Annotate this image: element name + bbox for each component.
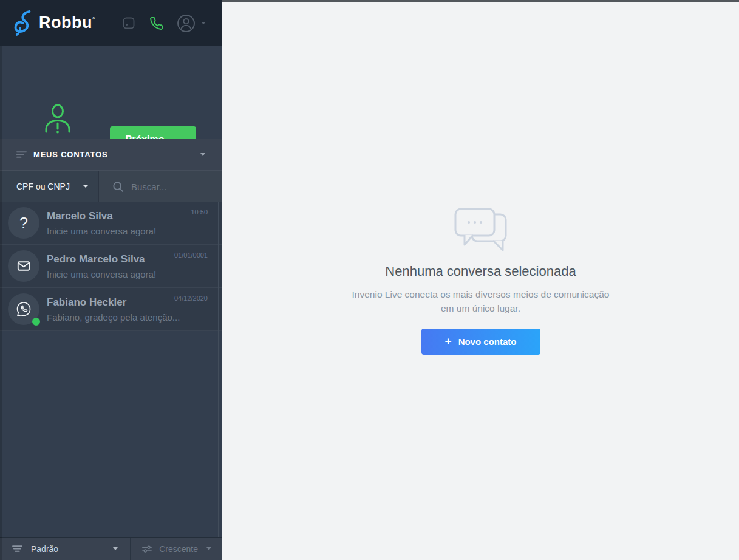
contact-row-pedro-marcelo-silva[interactable]: Pedro Marcelo Silva Inicie uma conversa … [0, 245, 222, 288]
phone-icon[interactable] [149, 16, 163, 30]
contact-preview: Fabiano, gradeço pela atenção... [47, 312, 180, 323]
contacts-section-header[interactable]: MEUS CONTATOS [0, 139, 222, 171]
online-status-dot [32, 318, 40, 326]
contact-list: ? Marcelo Silva Inicie uma conversa agor… [0, 202, 222, 331]
main-top-border [222, 0, 739, 2]
sort-order-value: Crescente [159, 544, 198, 554]
contact-name: Fabiano Heckler [47, 296, 126, 309]
contact-time: 01/01/0001 [174, 251, 208, 259]
user-avatar-icon[interactable] [177, 14, 206, 33]
chat-bubbles-icon [450, 205, 512, 254]
sort-field-dropdown[interactable]: Padrão [0, 538, 131, 560]
topbar-actions [121, 0, 206, 46]
search-icon [112, 181, 124, 193]
chevron-down-icon [206, 547, 211, 550]
empty-state-title: Nenhuma conversa selecionada [385, 264, 576, 279]
topbar: Robbu° [0, 0, 222, 46]
app-window: Robbu° [0, 0, 739, 560]
contact-time: 10:50 [191, 208, 208, 216]
sort-order-dropdown[interactable]: Crescente [131, 538, 222, 560]
new-contact-button[interactable]: + Novo contato [421, 329, 540, 355]
filter-lines-icon [12, 544, 22, 553]
unknown-contact-icon: ? [19, 214, 28, 232]
search-type-value: CPF ou CNPJ [16, 182, 70, 191]
whatsapp-icon [15, 300, 33, 318]
chevron-down-icon [201, 22, 206, 24]
email-icon [16, 258, 32, 274]
avatar: ? [8, 207, 39, 239]
contact-preview: Inicie uma conversa agora! [47, 269, 156, 279]
empty-state: Nenhuma conversa selecionada Invenio Liv… [222, 205, 739, 355]
contact-row-fabiano-heckler[interactable]: Fabiano Heckler Fabiano, gradeço pela at… [0, 288, 222, 331]
contact-row-marcelo-silva[interactable]: ? Marcelo Silva Inicie uma conversa agor… [0, 202, 222, 245]
sort-field-value: Padrão [31, 544, 58, 554]
contact-preview: Inicie uma conversa agora! [47, 226, 156, 236]
new-contact-button-label: Novo contato [458, 336, 517, 347]
plus-icon: + [445, 335, 452, 348]
brand-mark: ° [92, 16, 95, 23]
queue-section: 29 pessoas Aguardando Próximo → [0, 46, 222, 139]
avatar [8, 250, 39, 282]
list-filter-icon [16, 149, 27, 160]
sort-footer-bar: Padrão Crescente [0, 537, 222, 560]
contact-list-scrollbar[interactable] [218, 202, 219, 537]
contact-time: 04/12/2020 [174, 295, 208, 302]
chevron-down-icon [200, 153, 205, 156]
waiting-person-icon [44, 104, 72, 135]
contact-name: Marcelo Silva [47, 210, 113, 222]
empty-state-subtitle-line2: em um único lugar. [352, 301, 610, 315]
chevron-down-icon [113, 547, 118, 550]
contact-name: Pedro Marcelo Silva [47, 253, 145, 265]
search-input[interactable] [131, 182, 210, 192]
brand-name: Robbu° [39, 13, 95, 32]
left-edge-shade [0, 46, 2, 560]
conversation-panel: Nenhuma conversa selecionada Invenio Liv… [222, 0, 739, 560]
robbu-logo-icon [13, 9, 37, 37]
sidebar: Robbu° [0, 0, 222, 560]
empty-state-subtitle-line1: Invenio Live conecta os mais diversos me… [352, 287, 610, 301]
search-type-select[interactable]: CPF ou CNPJ [0, 171, 99, 202]
avatar [8, 293, 39, 325]
search-box [99, 171, 222, 202]
search-row: CPF ou CNPJ [0, 171, 222, 202]
chevron-down-icon [83, 185, 88, 188]
contacts-section-title: MEUS CONTATOS [33, 150, 107, 159]
sliders-icon [141, 544, 152, 554]
chat-square-icon[interactable] [121, 16, 136, 30]
empty-state-subtitle: Invenio Live conecta os mais diversos me… [352, 287, 610, 316]
